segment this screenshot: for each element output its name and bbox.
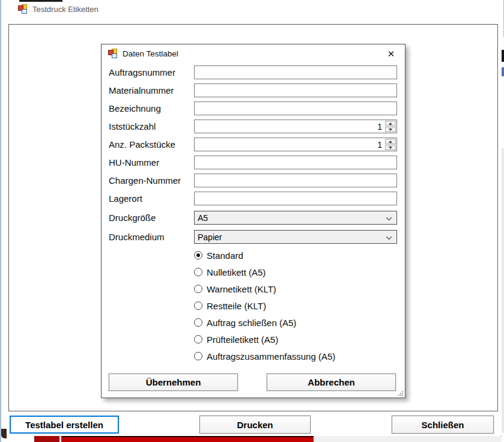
form-row: Auftragsnummer — [109, 65, 399, 79]
radio-icon[interactable] — [194, 318, 202, 327]
chevron-down-icon — [386, 236, 392, 240]
radio-icon[interactable] — [194, 285, 202, 293]
auftragsnummer-input[interactable] — [194, 65, 397, 79]
packstuecke-value[interactable] — [195, 138, 384, 151]
spin-down-icon[interactable] — [385, 127, 396, 132]
field-label: Iststückzahl — [109, 120, 156, 133]
dialog-title: Daten Testlabel — [123, 49, 178, 58]
field-label: Druckgröße — [109, 211, 156, 225]
cancel-button[interactable]: Abbrechen — [267, 374, 396, 391]
druckgroesse-select[interactable]: A5 — [194, 211, 397, 225]
iststueckzahl-value[interactable] — [195, 120, 384, 133]
create-testlabel-button[interactable]: Testlabel erstellen — [10, 416, 119, 434]
field-label: Chargen-Nummer — [109, 174, 181, 187]
field-label: Lagerort — [109, 192, 142, 205]
radio-icon[interactable] — [194, 251, 202, 259]
background-fragment-corner — [1, 429, 7, 438]
form-row: Chargen-Nummer — [109, 174, 399, 187]
form-row: Druckgröße A5 — [109, 211, 399, 225]
radio-option-auftragszusammenfassung[interactable]: Auftragszusammenfassung (A5) — [194, 350, 335, 362]
form-row: Iststückzahl — [109, 120, 399, 133]
hu-nummer-input[interactable] — [194, 156, 397, 169]
radio-label: Auftrag schließen (A5) — [207, 318, 296, 328]
background-window-fragment-right — [502, 37, 504, 442]
winforms-app-icon — [18, 4, 28, 14]
form-row: Bezeichnung — [109, 101, 399, 115]
radio-option-warnetikett[interactable]: Warnetikett (KLT) — [194, 283, 276, 295]
radio-option-restteile[interactable]: Restteile (KLT) — [194, 300, 266, 312]
field-label: Druckmedium — [109, 230, 165, 244]
field-label: Auftragsnummer — [109, 65, 175, 79]
chargen-nummer-input[interactable] — [194, 174, 397, 187]
lagerort-input[interactable] — [194, 192, 397, 205]
field-label: Bezeichnung — [109, 101, 161, 115]
radio-label: Prüfteiletikett (A5) — [207, 335, 278, 345]
spin-down-icon[interactable] — [385, 145, 396, 150]
radio-icon[interactable] — [194, 335, 202, 344]
radio-label: Warnetikett (KLT) — [207, 284, 276, 294]
field-label: Materialnummer — [109, 83, 174, 97]
radio-option-standard[interactable]: Standard — [194, 249, 243, 261]
radio-label: Standard — [207, 250, 243, 261]
apply-button[interactable]: Übernehmen — [109, 374, 238, 391]
form-row: Materialnummer — [109, 83, 399, 97]
druckmedium-select[interactable]: Papier — [194, 230, 397, 244]
radio-label: Nulletikett (A5) — [207, 267, 266, 277]
winforms-app-icon — [108, 49, 118, 58]
radio-icon[interactable] — [194, 301, 202, 310]
spin-up-icon[interactable] — [385, 121, 396, 126]
form-row: HU-Nummer — [109, 156, 399, 169]
close-window-button[interactable]: Schließen — [392, 416, 494, 434]
form-row: Lagerort — [109, 192, 399, 205]
form-row: Anz. Packstücke — [109, 138, 399, 151]
background-window-fragment-bottom — [1, 436, 504, 442]
materialnummer-input[interactable] — [194, 83, 397, 97]
chevron-down-icon — [386, 217, 392, 221]
print-button[interactable]: Drucken — [199, 416, 311, 434]
selected-value: Papier — [198, 232, 222, 242]
radio-label: Restteile (KLT) — [207, 301, 266, 311]
background-window-fragment-top — [19, 0, 62, 2]
radio-icon[interactable] — [194, 352, 202, 360]
spin-up-icon[interactable] — [385, 139, 396, 144]
window-titlebar: Testdruck Etiketten — [1, 0, 503, 18]
radio-option-nulletikett[interactable]: Nulletikett (A5) — [194, 266, 266, 278]
dialog-titlebar[interactable]: Daten Testlabel — [102, 44, 405, 62]
radio-option-pruefteiletikett[interactable]: Prüfteiletikett (A5) — [194, 333, 278, 345]
form-row: Druckmedium Papier — [109, 230, 399, 244]
field-label: Anz. Packstücke — [109, 138, 175, 151]
radio-option-auftrag-schliessen[interactable]: Auftrag schließen (A5) — [194, 316, 296, 328]
bezeichnung-input[interactable] — [194, 101, 397, 115]
selected-value: A5 — [198, 213, 208, 223]
iststueckzahl-stepper[interactable] — [194, 120, 397, 133]
radio-icon[interactable] — [194, 268, 202, 276]
field-label: HU-Nummer — [109, 156, 159, 169]
dialog-resize-grip[interactable] — [398, 390, 404, 396]
daten-testlabel-dialog: Daten Testlabel ✕ Auftragsnummer Materia… — [101, 44, 405, 398]
packstuecke-stepper[interactable] — [194, 138, 397, 151]
window-title: Testdruck Etiketten — [32, 5, 99, 14]
radio-label: Auftragszusammenfassung (A5) — [207, 351, 335, 362]
close-icon[interactable]: ✕ — [384, 47, 398, 61]
